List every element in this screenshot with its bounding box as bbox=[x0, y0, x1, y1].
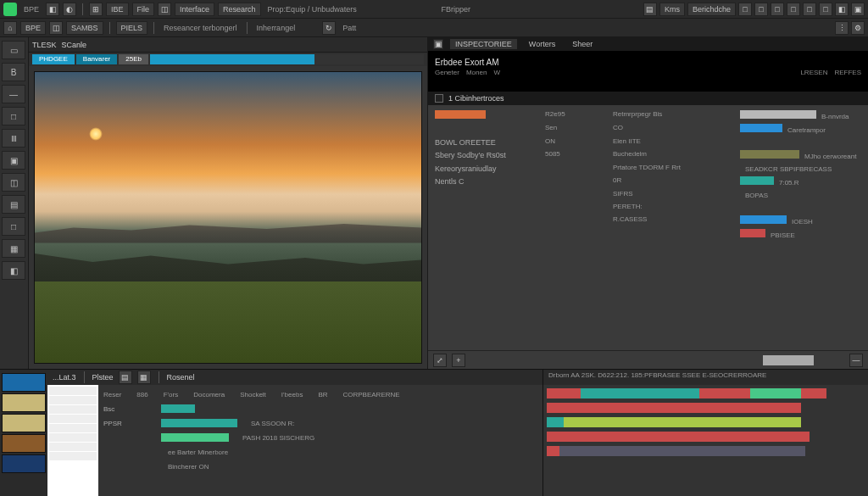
track-row[interactable]: ee Barter Minerbore bbox=[103, 446, 537, 458]
panel-icon[interactable]: ▤ bbox=[643, 3, 657, 16]
right-label: FBripper bbox=[438, 5, 475, 14]
expand-icon[interactable]: ⤢ bbox=[433, 354, 447, 367]
hdr-label: TLESK bbox=[32, 41, 57, 49]
prop-row-field: R.CASESS bbox=[613, 215, 732, 226]
color-swatch[interactable] bbox=[2, 373, 46, 392]
prop-row-bar: Caretrampor bbox=[740, 124, 861, 134]
properties-title-block: Erbdee Exort AM Geneter Monen W LRESEN R… bbox=[428, 51, 868, 92]
mini-icon[interactable]: ◧ bbox=[835, 3, 849, 16]
rail-button[interactable]: ▦ bbox=[2, 239, 25, 258]
list-item[interactable] bbox=[49, 387, 97, 395]
rail-button[interactable]: ▣ bbox=[2, 151, 25, 170]
prop-row-field: Elen IITE bbox=[613, 137, 732, 147]
tool-icon[interactable]: ⊞ bbox=[89, 3, 103, 16]
track-row[interactable]: Bincherer ON bbox=[103, 460, 537, 472]
group-label: Prop:Equip / Unbudwaters bbox=[264, 5, 360, 14]
list-item[interactable] bbox=[49, 433, 97, 442]
image-canvas[interactable] bbox=[34, 71, 422, 364]
track-row[interactable]: PPSRSA SSOON R: bbox=[103, 417, 537, 429]
color-swatch[interactable] bbox=[2, 414, 46, 432]
list-item[interactable] bbox=[49, 424, 97, 432]
menu-button[interactable]: Research bbox=[218, 3, 261, 16]
home-icon[interactable]: ⌂ bbox=[3, 21, 17, 35]
checkbox-icon[interactable] bbox=[435, 94, 443, 103]
mini-icon[interactable]: □ bbox=[803, 3, 816, 16]
prop-checkbox-row[interactable]: 1 Cibinhertroces bbox=[428, 92, 868, 105]
color-swatch[interactable] bbox=[2, 434, 46, 453]
tool-icon[interactable]: ◫ bbox=[49, 21, 63, 35]
tl-hdr-label: Rosenel bbox=[167, 373, 195, 382]
mini-icon[interactable]: □ bbox=[819, 3, 832, 16]
layer-list[interactable] bbox=[47, 385, 98, 496]
prop-row-bar: BOPAS bbox=[740, 190, 861, 199]
sub-button[interactable]: SAMBS bbox=[66, 21, 103, 35]
rail-button[interactable]: Ⅲ bbox=[2, 129, 25, 148]
add-icon[interactable]: + bbox=[452, 354, 465, 367]
more-icon[interactable]: ⋮ bbox=[835, 21, 849, 35]
color-swatch[interactable] bbox=[2, 393, 46, 412]
sub-button[interactable]: PIELS bbox=[116, 21, 148, 35]
rail-button[interactable]: ▭ bbox=[2, 41, 25, 59]
tool-icon[interactable]: ◐ bbox=[63, 3, 76, 16]
prop-row-label bbox=[435, 203, 537, 212]
prop-row-label: Nentls C bbox=[435, 176, 537, 187]
image-tab[interactable]: Banvarer bbox=[76, 54, 117, 64]
prop-tab[interactable]: INSPECTORIEE bbox=[450, 39, 517, 49]
app-icon bbox=[3, 3, 17, 16]
list-item[interactable] bbox=[49, 452, 97, 460]
image-stage[interactable] bbox=[29, 66, 427, 369]
settings-icon[interactable]: ⚙ bbox=[851, 21, 865, 35]
rail-button[interactable]: □ bbox=[2, 107, 25, 125]
info-button[interactable]: Berichdche bbox=[687, 3, 736, 16]
mini-icon[interactable]: ▣ bbox=[851, 3, 865, 16]
mini-icon[interactable]: □ bbox=[738, 3, 752, 16]
tool-icon[interactable]: ▤ bbox=[119, 371, 132, 384]
list-item[interactable] bbox=[49, 405, 97, 414]
prop-row-value bbox=[545, 203, 604, 212]
mini-icon[interactable]: □ bbox=[771, 3, 784, 16]
menu-button[interactable]: IBE bbox=[106, 3, 129, 16]
tool-icon[interactable]: ◧ bbox=[46, 3, 59, 16]
prop-tab[interactable]: Worters bbox=[524, 39, 560, 49]
prop-row-value bbox=[545, 176, 604, 187]
timeline-stripes[interactable] bbox=[543, 385, 868, 496]
menu-button[interactable]: Interface bbox=[175, 3, 214, 16]
sub-label: Reseancer terbongerl bbox=[160, 24, 241, 32]
prop-row-bar: PBISEE bbox=[740, 229, 861, 239]
stripe-row[interactable] bbox=[547, 446, 865, 456]
rail-button[interactable]: ◧ bbox=[2, 261, 25, 280]
list-item[interactable] bbox=[49, 396, 97, 404]
rail-button[interactable]: □ bbox=[2, 217, 25, 236]
track-row[interactable]: Bsc bbox=[103, 403, 537, 415]
stripe-row[interactable] bbox=[547, 432, 865, 442]
color-swatch[interactable] bbox=[2, 454, 46, 473]
list-item[interactable] bbox=[49, 443, 97, 451]
rail-button[interactable]: — bbox=[2, 85, 25, 103]
tool-icon[interactable]: ▦ bbox=[137, 371, 151, 384]
mini-icon[interactable]: □ bbox=[787, 3, 800, 16]
list-item[interactable] bbox=[49, 415, 97, 423]
panel-icon: ▣ bbox=[433, 39, 443, 49]
image-tab[interactable]: PHDGEE bbox=[32, 54, 75, 64]
refresh-icon[interactable]: ↻ bbox=[322, 21, 336, 35]
tool-icon[interactable]: ◫ bbox=[158, 3, 171, 16]
stripe-row[interactable] bbox=[547, 417, 865, 427]
rail-button[interactable]: B bbox=[2, 63, 25, 81]
info-button[interactable]: Kms bbox=[659, 3, 685, 16]
stripe-row[interactable] bbox=[547, 403, 865, 413]
rail-button[interactable]: ◫ bbox=[2, 173, 25, 192]
minimize-icon[interactable]: — bbox=[849, 354, 863, 367]
sub-button[interactable]: BPE bbox=[20, 21, 46, 35]
track-row[interactable]: PASH 2018 SISCHERG bbox=[103, 432, 537, 443]
prop-row-value bbox=[545, 190, 604, 199]
prop-row-label bbox=[435, 229, 537, 239]
foreground-graphic bbox=[35, 281, 421, 363]
prop-tab[interactable]: Sheer bbox=[567, 39, 598, 49]
rail-button[interactable]: ▤ bbox=[2, 195, 25, 214]
image-tab[interactable]: 25Eb bbox=[119, 54, 148, 64]
stripe-row[interactable] bbox=[547, 388, 865, 398]
timeline-tracks[interactable]: Reser886F'orsDocomeraShockeltI'beebsBRCO… bbox=[98, 385, 542, 496]
menu-button[interactable]: File bbox=[132, 3, 155, 16]
mini-icon[interactable]: □ bbox=[754, 3, 768, 16]
prop-row-bar: MJho cerworeant bbox=[740, 150, 861, 160]
